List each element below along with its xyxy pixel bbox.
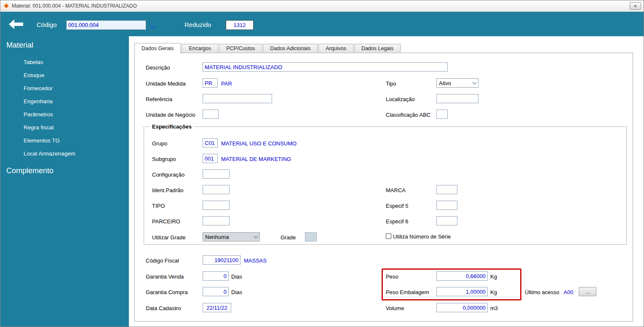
tipo-label: Tipo <box>386 80 396 87</box>
sidebar-section-material[interactable]: Material <box>6 41 33 50</box>
garantia-venda-label: Garantia Venda <box>146 273 184 280</box>
grade-input <box>305 232 317 241</box>
utilizar-grade-select[interactable]: Nenhuma <box>203 232 260 241</box>
sidebar-item[interactable]: Elementos TG <box>24 134 75 147</box>
sidebar-item[interactable]: Regra fiscal <box>24 121 75 134</box>
peso-suffix: Kg <box>490 273 497 280</box>
descricao-input[interactable] <box>203 62 448 72</box>
peso-embalagem-label: Peso Embalagem <box>386 289 429 295</box>
especificacoes-title: Especificações <box>150 123 194 130</box>
grupo-input[interactable] <box>203 138 218 147</box>
titlebar: Material: 001.000.004 - MATERIAL INDUSTR… <box>0 0 644 12</box>
tipo-select-value: Ativo <box>439 80 451 86</box>
especif5-label: Especif 5 <box>386 203 408 209</box>
subgrupo-input[interactable] <box>203 154 218 163</box>
volume-input[interactable] <box>436 303 488 312</box>
unidade-medida-description: PAR <box>221 80 232 87</box>
especif6-label: Especif 6 <box>386 218 408 225</box>
marca-input[interactable] <box>436 185 457 194</box>
garantia-venda-suffix: Dias <box>231 273 242 280</box>
sidebar-section-complemento[interactable]: Complemento <box>6 166 53 175</box>
peso-embalagem-suffix: Kg <box>490 289 497 295</box>
classificacao-abc-label: Classificação ABC <box>386 112 430 118</box>
peso-label: Peso <box>386 273 398 280</box>
close-button[interactable]: ✕ <box>630 2 641 10</box>
sidebar-item[interactable]: Fornecedor <box>24 82 75 95</box>
tipo-select[interactable]: Ativo <box>436 78 478 88</box>
descricao-label: Descrição <box>146 64 170 71</box>
sidebar-nav: TabelasEstoqueFornecedorEngenhariaParâme… <box>24 56 75 160</box>
sidebar-item[interactable]: Parâmetros <box>24 108 75 121</box>
material-window: Material: 001.000.004 - MATERIAL INDUSTR… <box>0 0 644 327</box>
subgrupo-description: MATERIAL DE MARKETING <box>221 156 291 162</box>
tab[interactable]: Encargos <box>182 44 218 53</box>
localizacao-label: Localização <box>386 96 415 102</box>
close-icon: ✕ <box>633 4 637 8</box>
ident-padrao-input[interactable] <box>203 185 230 194</box>
app-icon <box>3 3 9 9</box>
localizacao-input[interactable] <box>436 94 478 103</box>
back-arrow-icon[interactable] <box>9 19 23 29</box>
tab[interactable]: PCP/Custos <box>219 44 262 53</box>
ident-padrao-label: Ident.Padrão <box>152 187 183 193</box>
garantia-compra-input[interactable] <box>203 287 229 296</box>
garantia-compra-label: Garantia Compra <box>146 289 188 295</box>
unidade-medida-label: Unidade Medida <box>146 80 186 87</box>
data-cadastro-label: Data Cadastro <box>146 305 181 311</box>
tipo-especif-label: TIPO <box>152 203 165 209</box>
tab[interactable]: Arquivos <box>318 44 353 53</box>
ultimo-acesso-value: A00 <box>564 289 573 295</box>
codigo-input[interactable] <box>66 20 146 30</box>
referencia-input[interactable] <box>203 94 272 103</box>
grupo-label: Grupo <box>152 140 167 147</box>
reduzido-label: Reduzido <box>184 21 211 28</box>
codigo-fiscal-input[interactable] <box>203 255 240 265</box>
codigo-fiscal-label: Código Fiscal <box>146 257 179 264</box>
tab[interactable]: Dados Adicionais <box>263 44 318 53</box>
referencia-label: Referência <box>146 96 172 102</box>
utiliza-numero-serie-label: Utiliza Número de Série <box>393 233 451 240</box>
codigo-fiscal-description: MASSAS <box>244 257 267 264</box>
chevron-down-icon <box>254 234 258 238</box>
utiliza-numero-serie-checkbox[interactable] <box>386 233 391 239</box>
configuracao-label: Configuração <box>152 172 184 178</box>
codigo-lookup-link[interactable]: ... <box>151 21 156 28</box>
chevron-down-icon <box>473 80 477 84</box>
tab-strip: Dados GeraisEncargosPCP/CustosDados Adic… <box>134 43 401 53</box>
sidebar-item[interactable]: Engenharia <box>24 95 75 108</box>
grupo-description: MATERIAL USO E CONSUMO <box>221 140 297 147</box>
data-cadastro-input[interactable] <box>203 303 231 312</box>
subgrupo-label: Subgrupo <box>152 156 176 162</box>
peso-embalagem-input[interactable] <box>436 287 488 296</box>
ultimo-acesso-button[interactable]: ... <box>579 287 596 296</box>
volume-suffix: m3 <box>490 305 498 311</box>
codigo-label: Código <box>37 21 57 28</box>
utilizar-grade-select-value: Nenhuma <box>205 234 229 240</box>
garantia-compra-suffix: Dias <box>231 289 242 295</box>
sidebar-item[interactable]: Estoque <box>24 69 75 82</box>
garantia-venda-input[interactable] <box>203 271 229 281</box>
marca-label: MARCA <box>386 187 406 193</box>
unidade-negocio-label: Unidade de Negócio <box>146 112 195 118</box>
sidebar-item[interactable]: Local Armazenagem <box>24 147 75 160</box>
peso-input[interactable] <box>436 271 488 281</box>
classificacao-abc-input[interactable] <box>436 110 448 119</box>
tab[interactable]: Dados Legais <box>354 44 401 53</box>
reduzido-input[interactable] <box>226 20 254 30</box>
parceiro-input[interactable] <box>203 216 230 225</box>
window-title: Material: 001.000.004 - MATERIAL INDUSTR… <box>12 3 137 9</box>
especif5-input[interactable] <box>436 201 457 210</box>
ultimo-acesso-label: Último acesso <box>525 289 559 295</box>
parceiro-label: PARCEIRO <box>152 218 180 225</box>
unidade-negocio-input[interactable] <box>203 110 219 119</box>
tipo-especif-input[interactable] <box>203 201 230 210</box>
grade-label: Grade <box>281 234 296 241</box>
volume-label: Volume <box>386 305 404 311</box>
configuracao-input[interactable] <box>203 169 230 179</box>
sidebar-item[interactable]: Tabelas <box>24 56 75 69</box>
especif6-input[interactable] <box>436 216 457 225</box>
unidade-medida-input[interactable] <box>203 78 218 88</box>
tab[interactable]: Dados Gerais <box>134 43 181 54</box>
utilizar-grade-label: Utilizar Grade <box>152 234 185 241</box>
